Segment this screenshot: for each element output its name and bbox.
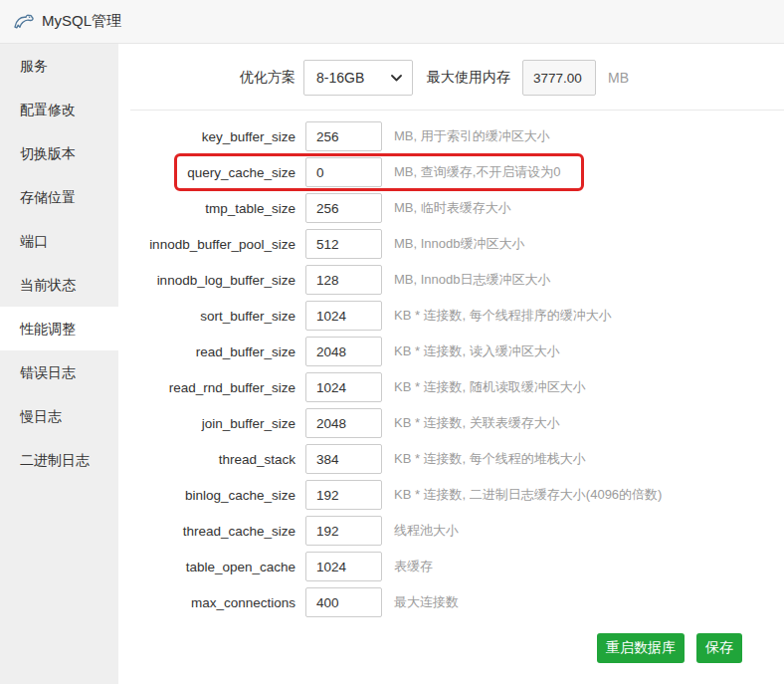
scheme-select[interactable]: 8-16GB xyxy=(303,60,413,96)
memory-label: 最大使用内存 xyxy=(427,69,510,87)
sidebar-item-binary-log[interactable]: 二进制日志 xyxy=(0,438,118,482)
sidebar-item-label: 慢日志 xyxy=(20,408,62,424)
param-row: max_connections 最大连接数 xyxy=(118,587,784,617)
param-hint: MB, 用于索引的缓冲区大小 xyxy=(394,127,550,145)
sidebar-item-current-status[interactable]: 当前状态 xyxy=(0,263,118,307)
sidebar-item-config-edit[interactable]: 配置修改 xyxy=(0,88,118,131)
sidebar-item-label: 切换版本 xyxy=(20,145,76,161)
max-memory-input[interactable] xyxy=(522,60,596,96)
sidebar-item-switch-version[interactable]: 切换版本 xyxy=(0,131,118,175)
scheme-label: 优化方案 xyxy=(118,69,295,87)
param-hint: KB * 连接数, 每个线程排序的缓冲大小 xyxy=(394,307,612,325)
sidebar-item-slow-log[interactable]: 慢日志 xyxy=(0,394,118,438)
param-row: binlog_cache_size KB * 连接数, 二进制日志缓存大小(40… xyxy=(118,480,784,510)
param-label: tmp_table_size xyxy=(118,201,295,216)
param-row: join_buffer_size KB * 连接数, 关联表缓存大小 xyxy=(118,408,784,438)
sidebar-item-label: 端口 xyxy=(20,233,48,249)
param-hint: MB, Innodb缓冲区大小 xyxy=(394,235,525,253)
table_open_cache-input[interactable] xyxy=(305,552,382,581)
binlog_cache_size-input[interactable] xyxy=(305,480,382,510)
sidebar-item-label: 二进制日志 xyxy=(20,452,90,468)
sidebar-item-port[interactable]: 端口 xyxy=(0,219,118,263)
tmp_table_size-input[interactable] xyxy=(305,193,382,223)
optimization-row: 优化方案 8-16GB 最大使用内存 MB xyxy=(118,60,784,96)
sidebar-item-label: 服务 xyxy=(20,58,48,74)
param-hint: MB, 查询缓存,不开启请设为0 xyxy=(394,163,561,181)
thread_cache_size-input[interactable] xyxy=(305,516,382,546)
param-row: read_buffer_size KB * 连接数, 读入缓冲区大小 xyxy=(118,337,784,366)
param-label: max_connections xyxy=(118,595,295,610)
read_buffer_size-input[interactable] xyxy=(305,337,382,366)
param-label: read_buffer_size xyxy=(118,344,295,359)
param-row: innodb_log_buffer_size MB, Innodb日志缓冲区大小 xyxy=(118,265,784,295)
param-label: read_rnd_buffer_size xyxy=(118,380,295,395)
param-row: table_open_cache 表缓存 xyxy=(118,552,784,581)
restart-database-button[interactable]: 重启数据库 xyxy=(597,633,685,663)
param-hint: 最大连接数 xyxy=(394,593,459,611)
footer-actions: 重启数据库 保存 xyxy=(118,633,784,663)
param-label: innodb_log_buffer_size xyxy=(118,273,295,288)
param-hint: 表缓存 xyxy=(394,558,433,575)
page-title: MySQL管理 xyxy=(42,12,121,31)
param-label: thread_stack xyxy=(118,452,295,467)
param-hint: KB * 连接数, 二进制日志缓存大小(4096的倍数) xyxy=(394,486,662,504)
param-hint: 线程池大小 xyxy=(394,522,459,540)
scheme-select-value: 8-16GB xyxy=(316,70,364,86)
param-row: key_buffer_size MB, 用于索引的缓冲区大小 xyxy=(118,121,784,151)
param-row: thread_cache_size 线程池大小 xyxy=(118,516,784,546)
param-form: key_buffer_size MB, 用于索引的缓冲区大小 query_cac… xyxy=(118,111,784,617)
query_cache_size-input[interactable] xyxy=(305,157,382,187)
sidebar-item-storage-location[interactable]: 存储位置 xyxy=(0,175,118,219)
join_buffer_size-input[interactable] xyxy=(305,408,382,438)
innodb_buffer_pool_size-input[interactable] xyxy=(305,229,382,259)
main-panel: 优化方案 8-16GB 最大使用内存 MB key_buffer_size MB… xyxy=(118,44,784,684)
param-row: thread_stack KB * 连接数, 每个线程的堆栈大小 xyxy=(118,444,784,474)
save-button[interactable]: 保存 xyxy=(696,633,742,663)
window-titlebar: MySQL管理 xyxy=(0,0,784,44)
sidebar-item-label: 错误日志 xyxy=(20,364,76,380)
param-label: binlog_cache_size xyxy=(118,488,295,503)
chevron-down-icon xyxy=(391,75,402,82)
param-hint: KB * 连接数, 随机读取缓冲区大小 xyxy=(394,378,586,396)
param-label: innodb_buffer_pool_size xyxy=(118,237,295,252)
param-hint: MB, 临时表缓存大小 xyxy=(394,199,511,217)
sidebar-item-label: 当前状态 xyxy=(20,277,76,293)
param-label: table_open_cache xyxy=(118,560,295,574)
param-hint: KB * 连接数, 关联表缓存大小 xyxy=(394,414,560,432)
param-label: join_buffer_size xyxy=(118,416,295,431)
param-label: query_cache_size xyxy=(118,165,295,180)
param-label: thread_cache_size xyxy=(118,524,295,539)
sidebar: 服务 配置修改 切换版本 存储位置 端口 当前状态 性能调整 错误日志 慢日志 … xyxy=(0,44,118,684)
sidebar-item-service[interactable]: 服务 xyxy=(0,44,118,88)
param-label: sort_buffer_size xyxy=(118,309,295,324)
param-label: key_buffer_size xyxy=(118,129,295,144)
sidebar-item-label: 配置修改 xyxy=(20,102,76,117)
thread_stack-input[interactable] xyxy=(305,444,382,474)
param-row: query_cache_size MB, 查询缓存,不开启请设为0 xyxy=(118,157,784,187)
sidebar-item-error-log[interactable]: 错误日志 xyxy=(0,350,118,394)
key_buffer_size-input[interactable] xyxy=(305,121,382,151)
mysql-dolphin-icon xyxy=(12,10,36,34)
memory-unit: MB xyxy=(608,70,629,86)
sort_buffer_size-input[interactable] xyxy=(305,301,382,331)
sidebar-item-performance-tuning[interactable]: 性能调整 xyxy=(0,307,118,350)
read_rnd_buffer_size-input[interactable] xyxy=(305,372,382,402)
innodb_log_buffer_size-input[interactable] xyxy=(305,265,382,295)
sidebar-item-label: 性能调整 xyxy=(20,321,76,337)
param-hint: KB * 连接数, 读入缓冲区大小 xyxy=(394,342,560,360)
sidebar-item-label: 存储位置 xyxy=(20,189,76,205)
max_connections-input[interactable] xyxy=(305,587,382,617)
param-hint: KB * 连接数, 每个线程的堆栈大小 xyxy=(394,450,586,468)
param-row: sort_buffer_size KB * 连接数, 每个线程排序的缓冲大小 xyxy=(118,301,784,331)
param-row: innodb_buffer_pool_size MB, Innodb缓冲区大小 xyxy=(118,229,784,259)
param-hint: MB, Innodb日志缓冲区大小 xyxy=(394,271,551,289)
param-row: tmp_table_size MB, 临时表缓存大小 xyxy=(118,193,784,223)
param-row: read_rnd_buffer_size KB * 连接数, 随机读取缓冲区大小 xyxy=(118,372,784,402)
